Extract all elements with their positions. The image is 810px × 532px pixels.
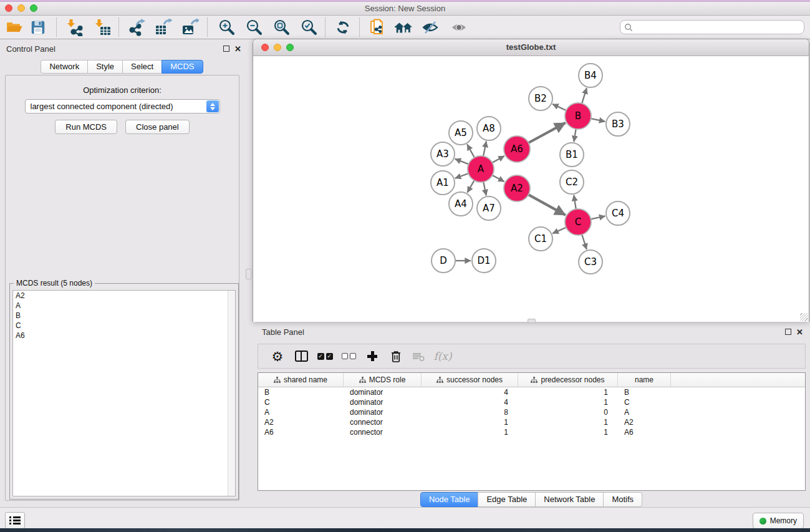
zoom-selected-button[interactable] (297, 17, 321, 37)
task-history-button[interactable] (5, 512, 25, 529)
hide-panels-button[interactable] (418, 17, 442, 37)
cell-mcds-role: dominator (344, 397, 422, 407)
cell-successor-nodes: 1 (422, 417, 518, 427)
delete-row-button[interactable] (385, 344, 407, 368)
cell-shared-name: A2 (258, 417, 344, 427)
import-table-button[interactable] (90, 17, 114, 37)
export-image-button[interactable] (178, 17, 202, 37)
mcds-result-item[interactable]: A6 (13, 331, 235, 341)
control-panel-float-icon[interactable] (223, 46, 229, 52)
select-all-button[interactable] (314, 344, 335, 368)
graph-node-label-A1: A1 (436, 177, 449, 188)
network-window-title: testGlobe.txt (253, 39, 809, 56)
graph-edge-A-A5[interactable] (467, 144, 475, 158)
zoom-out-button[interactable] (242, 17, 266, 37)
tab-network-table[interactable]: Network Table (535, 492, 604, 507)
search-box (620, 20, 804, 34)
list-scrollbar[interactable] (228, 291, 235, 496)
clone-network-button[interactable] (365, 17, 389, 37)
zoom-in-icon (218, 19, 235, 36)
column-header-mcds-role[interactable]: MCDS role (344, 373, 422, 387)
checked-boxes-icon (317, 353, 333, 360)
zoom-fit-button[interactable] (269, 17, 293, 37)
mcds-result-item[interactable]: A2 (13, 291, 235, 301)
export-table-icon (155, 19, 172, 36)
graph-edge-C-C1[interactable] (552, 227, 567, 233)
table-row[interactable]: A2connector11A2 (258, 417, 805, 427)
show-columns-button[interactable] (291, 344, 312, 368)
graph-edge-A-A6[interactable] (492, 156, 504, 163)
home-layout-button[interactable] (392, 17, 415, 37)
tab-mcds[interactable]: MCDS (162, 60, 203, 74)
graph-edge-A-A3[interactable] (455, 159, 470, 165)
close-panel-button[interactable]: Close panel (125, 120, 190, 134)
tab-select[interactable]: Select (122, 60, 162, 74)
graph-edge-B-B4[interactable] (582, 88, 587, 104)
list-icon (13, 516, 21, 518)
status-bar: Memory (0, 507, 810, 528)
tab-motifs[interactable]: Motifs (603, 492, 642, 507)
mcds-result-item[interactable]: B (13, 311, 235, 321)
table-settings-button[interactable] (267, 344, 288, 368)
control-panel-close-icon[interactable] (234, 45, 241, 53)
cell-predecessor-nodes: 0 (518, 407, 618, 417)
mcds-result-item[interactable]: C (13, 321, 235, 331)
open-session-button[interactable] (2, 17, 26, 37)
column-header-predecessor-nodes[interactable]: predecessor nodes (518, 373, 618, 387)
table-panel-float-icon[interactable] (785, 329, 791, 335)
graph-edge-A6-B[interactable] (528, 123, 566, 143)
graph-edge-A-A1[interactable] (455, 173, 469, 178)
table-row[interactable]: Bdominator41B (258, 387, 805, 397)
show-eye-button[interactable] (447, 17, 471, 37)
run-mcds-button[interactable]: Run MCDS (55, 120, 117, 134)
graph-edge-C-C2[interactable] (574, 195, 576, 210)
network-window-titlebar[interactable]: testGlobe.txt (253, 39, 809, 56)
cell-predecessor-nodes: 1 (518, 387, 618, 397)
delete-table-button[interactable] (408, 344, 429, 368)
homes-icon (394, 19, 413, 36)
cell-name: C (618, 397, 671, 407)
tab-edge-table[interactable]: Edge Table (478, 492, 536, 507)
add-row-button[interactable] (362, 344, 383, 368)
vertical-divider-grip[interactable] (246, 269, 251, 279)
table-row[interactable]: A6connector11A6 (258, 427, 805, 437)
function-builder-button[interactable]: f(x) (429, 344, 456, 368)
table-row[interactable]: Cdominator41C (258, 397, 805, 407)
save-session-button[interactable] (26, 17, 50, 37)
graph-edge-B-B3[interactable] (591, 118, 605, 122)
resize-grip-icon[interactable] (800, 313, 808, 321)
export-network-button[interactable] (125, 17, 148, 37)
table-row[interactable]: Adominator80A (258, 407, 805, 417)
list-icon (9, 516, 11, 518)
graph-edge-A-A7[interactable] (483, 181, 486, 196)
graph-node-label-C4: C4 (612, 208, 624, 219)
tab-style[interactable]: Style (87, 60, 123, 74)
search-input[interactable] (633, 22, 804, 32)
column-header-shared-name[interactable]: shared name (258, 373, 344, 387)
export-table-button[interactable] (152, 17, 175, 37)
tab-network[interactable]: Network (41, 60, 88, 74)
memory-button[interactable]: Memory (753, 513, 804, 529)
graph-edge-C-C4[interactable] (591, 216, 605, 219)
column-header-name[interactable]: name (618, 373, 671, 387)
unselect-all-button[interactable] (338, 344, 359, 368)
graph-edge-A-A8[interactable] (483, 142, 486, 157)
column-header-successor-nodes[interactable]: successor nodes (422, 373, 518, 387)
control-panel-tabs: NetworkStyleSelectMCDS (0, 60, 244, 74)
zoom-in-button[interactable] (215, 17, 238, 37)
cell-mcds-role: connector (344, 417, 422, 427)
tab-node-table[interactable]: Node Table (420, 492, 479, 507)
graph-edge-B-B1[interactable] (574, 128, 576, 142)
optimization-criterion-dropdown[interactable]: largest connected component (directed) (25, 99, 220, 114)
graph-edge-A-A2[interactable] (492, 175, 504, 181)
graph-edge-A-A4[interactable] (467, 180, 475, 192)
table-panel-close-icon[interactable] (796, 328, 803, 336)
refresh-button[interactable] (331, 17, 355, 37)
horizontal-divider-grip[interactable] (528, 319, 536, 323)
import-network-button[interactable] (62, 17, 86, 37)
graph-edge-A2-C[interactable] (528, 195, 566, 215)
mcds-result-item[interactable]: A (13, 301, 235, 311)
network-canvas[interactable]: B4B2BB3A8A5A6A3B1AC2A1A2A4A7C4CC1DD1C3 (253, 56, 809, 322)
graph-edge-C-C3[interactable] (582, 234, 587, 249)
graph-edge-B-B2[interactable] (552, 104, 567, 111)
